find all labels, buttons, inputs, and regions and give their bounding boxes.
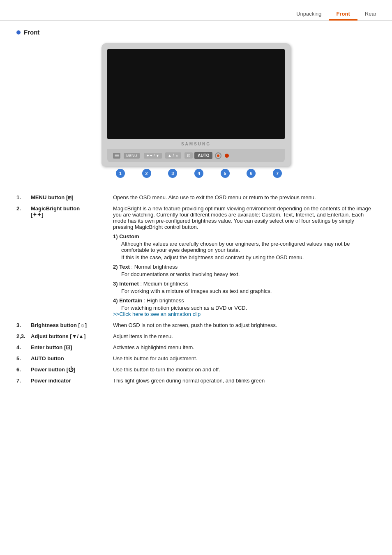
- table-row: 7. Power indicator This light glows gree…: [16, 375, 376, 386]
- item-desc: Adjust items in the menu.: [113, 331, 376, 342]
- badge-4: 4: [194, 169, 203, 178]
- page-content: Front SAMSUNG MENU: [0, 21, 392, 394]
- table-row: 3. Brightness button [☼] When OSD is not…: [16, 320, 376, 331]
- item-name: Power indicator: [31, 375, 113, 386]
- tab-rear[interactable]: Rear: [357, 8, 384, 21]
- item-number: 7.: [16, 375, 31, 386]
- monitor-body: SAMSUNG MENU ✦✦ / ▼ ▲ /: [101, 43, 291, 166]
- sub-item-header: 1) Custom: [113, 233, 371, 240]
- item-name: Enter button [⊡]: [31, 342, 113, 353]
- button-descriptions-table: 1. MENU button [⊞] Opens the OSD menu. A…: [16, 192, 376, 386]
- badge-3: 3: [168, 169, 177, 178]
- item-desc: Opens the OSD menu. Also use to exit the…: [113, 192, 376, 203]
- enter-icon[interactable]: ⊡: [184, 152, 193, 159]
- item-desc: When OSD is not on the screen, push the …: [113, 320, 376, 331]
- tab-unpacking[interactable]: Unpacking: [289, 8, 329, 21]
- power-button[interactable]: [215, 152, 221, 159]
- item-number: 1.: [16, 192, 31, 203]
- monitor-brand: SAMSUNG: [107, 142, 285, 146]
- monitor-wrapper: SAMSUNG MENU ✦✦ / ▼ ▲ /: [101, 43, 291, 180]
- item-number: 3.: [16, 320, 31, 331]
- brightness-icon[interactable]: ▲ / ☼: [165, 152, 181, 159]
- badge-2: 2: [142, 169, 151, 178]
- sub-item-header: 3) Internet : Medium brightness: [113, 281, 371, 287]
- section-dot-icon: [16, 30, 21, 35]
- item-number: 2.: [16, 203, 31, 320]
- item-name: MagicBright button[✦✦]: [31, 203, 113, 320]
- item-number: 2,3.: [16, 331, 31, 342]
- sub-item-text: For documentations or works involving he…: [113, 271, 371, 277]
- item-name: MENU button [⊞]: [31, 192, 113, 203]
- monitor-control-panel: MENU ✦✦ / ▼ ▲ / ☼ ⊡ AUTO: [107, 149, 285, 162]
- sub-item-header: 2) Text : Normal brightness: [113, 264, 371, 270]
- item-name: Power button [⏻]: [31, 364, 113, 375]
- sub-item-text: Although the values are carefully chosen…: [113, 241, 371, 253]
- item-desc: Use this button for auto adjustment.: [113, 353, 376, 364]
- item-name: Brightness button [☼]: [31, 320, 113, 331]
- item-desc: MagicBright is a new feature providing o…: [113, 203, 376, 320]
- top-navigation: Unpacking Front Rear: [0, 0, 392, 21]
- item-number: 6.: [16, 364, 31, 375]
- badge-5: 5: [221, 169, 230, 178]
- table-row: 5. AUTO button Use this button for auto …: [16, 353, 376, 364]
- badge-6: 6: [247, 169, 256, 178]
- item-desc: This light glows green during normal ope…: [113, 375, 376, 386]
- number-badges-row: 1 2 3 4 5 6 7: [101, 167, 291, 180]
- auto-button[interactable]: AUTO: [194, 152, 212, 159]
- sub-items: 1) Custom Although the values are carefu…: [113, 233, 371, 317]
- item-desc: Use this button to turn the monitor on a…: [113, 364, 376, 375]
- sub-item-text: If this is the case, adjust the brightne…: [113, 254, 371, 260]
- item-desc: Activates a highlighted menu item.: [113, 342, 376, 353]
- nav-tabs: Unpacking Front Rear: [289, 8, 384, 20]
- menu-label[interactable]: MENU: [124, 153, 140, 159]
- table-row: 4. Enter button [⊡] Activates a highligh…: [16, 342, 376, 353]
- sub-item-text: For watching motion pictures such as a D…: [113, 305, 371, 311]
- section-header: Front: [16, 29, 376, 36]
- power-dot-icon: [217, 154, 219, 157]
- item-number: 5.: [16, 353, 31, 364]
- section-title: Front: [24, 29, 39, 36]
- item-number: 4.: [16, 342, 31, 353]
- table-row: 2,3. Adjust buttons [▼/▲] Adjust items i…: [16, 331, 376, 342]
- menu-icon: [113, 153, 120, 159]
- magicbright-icon[interactable]: ✦✦ / ▼: [144, 153, 162, 159]
- animation-link[interactable]: >>Click here to see an animation clip: [113, 311, 201, 317]
- badge-1: 1: [116, 169, 125, 178]
- monitor-screen: [107, 49, 285, 139]
- monitor-image-container: SAMSUNG MENU ✦✦ / ▼ ▲ /: [16, 43, 376, 180]
- sub-item-header: 4) Entertain : High brightness: [113, 297, 371, 304]
- sub-item-text: For working with a mixture of images suc…: [113, 288, 371, 294]
- tab-front[interactable]: Front: [329, 8, 357, 21]
- power-indicator: [225, 154, 229, 158]
- table-row: 6. Power button [⏻] Use this button to t…: [16, 364, 376, 375]
- table-row: 2. MagicBright button[✦✦] MagicBright is…: [16, 203, 376, 320]
- item-name: AUTO button: [31, 353, 113, 364]
- table-row: 1. MENU button [⊞] Opens the OSD menu. A…: [16, 192, 376, 203]
- badge-7: 7: [273, 169, 282, 178]
- item-name: Adjust buttons [▼/▲]: [31, 331, 113, 342]
